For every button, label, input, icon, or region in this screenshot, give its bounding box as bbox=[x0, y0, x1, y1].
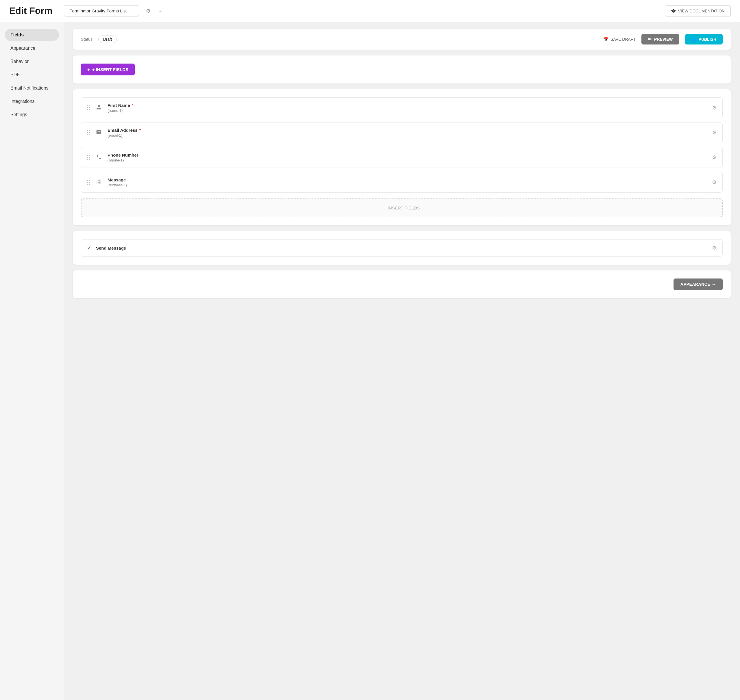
textarea-icon bbox=[95, 179, 103, 186]
submit-section: ✓ Send Message ⚙ bbox=[73, 231, 731, 265]
fields-list-section: First Name * {name-1} ⚙ bbox=[73, 89, 731, 225]
sidebar: Fields Appearance Behavior PDF Email Not… bbox=[0, 22, 63, 700]
drag-handle-phone[interactable] bbox=[87, 155, 90, 160]
calendar-icon: 📅 bbox=[603, 37, 608, 41]
field-key-phone: {phone-1} bbox=[108, 158, 708, 162]
field-label-phone: Phone Number bbox=[108, 153, 708, 157]
field-gear-phone[interactable]: ⚙ bbox=[712, 154, 716, 160]
field-info-email: Email Address * {email-1} bbox=[108, 128, 708, 138]
field-row-first-name: First Name * {name-1} ⚙ bbox=[81, 97, 723, 118]
header-icons: ⚙ ＋ bbox=[145, 6, 164, 16]
add-icon-btn[interactable]: ＋ bbox=[156, 6, 164, 16]
form-fields-section: + + INSERT FIELDS bbox=[73, 56, 731, 84]
save-draft-button[interactable]: 📅 SAVE DRAFT bbox=[603, 37, 636, 41]
insert-fields-button[interactable]: + + INSERT FIELDS bbox=[81, 63, 135, 75]
main-content: Status Draft 📅 SAVE DRAFT 👁 PREVIEW 🌐 PU… bbox=[63, 22, 740, 700]
eye-icon: 👁 bbox=[648, 37, 652, 41]
sidebar-item-integrations[interactable]: Integrations bbox=[4, 96, 59, 107]
sidebar-item-pdf[interactable]: PDF bbox=[4, 69, 59, 81]
status-label: Status bbox=[81, 37, 93, 41]
sidebar-item-settings[interactable]: Settings bbox=[4, 109, 59, 121]
globe-icon: 🌐 bbox=[691, 37, 696, 41]
submit-gear-button[interactable]: ⚙ bbox=[712, 245, 716, 251]
sidebar-item-appearance[interactable]: Appearance bbox=[4, 42, 59, 54]
email-icon bbox=[95, 129, 103, 136]
field-row-message: Message {textarea-1} ⚙ bbox=[81, 172, 723, 193]
submit-label: Send Message bbox=[96, 246, 708, 250]
field-row-phone: Phone Number {phone-1} ⚙ bbox=[81, 147, 723, 168]
field-label-message: Message bbox=[108, 177, 708, 182]
app-header: Edit Form ⚙ ＋ 🎓 VIEW DOCUMENTATION bbox=[0, 0, 740, 22]
submit-row: ✓ Send Message ⚙ bbox=[81, 239, 723, 257]
appearance-button[interactable]: APPEARANCE → bbox=[674, 278, 723, 290]
sidebar-item-behavior[interactable]: Behavior bbox=[4, 56, 59, 68]
field-label-email: Email Address * bbox=[108, 128, 708, 132]
sidebar-item-email-notifications[interactable]: Email Notifications bbox=[4, 82, 59, 94]
field-row-email-address: Email Address * {email-1} ⚙ bbox=[81, 122, 723, 143]
settings-icon-btn[interactable]: ⚙ bbox=[145, 7, 152, 15]
field-gear-message[interactable]: ⚙ bbox=[712, 179, 716, 185]
preview-button[interactable]: 👁 PREVIEW bbox=[641, 34, 679, 44]
field-gear-first-name[interactable]: ⚙ bbox=[712, 104, 716, 111]
plus-icon: + bbox=[87, 67, 90, 72]
required-star-email: * bbox=[139, 128, 141, 132]
publish-button[interactable]: 🌐 PUBLISH bbox=[685, 34, 723, 44]
view-documentation-button[interactable]: 🎓 VIEW DOCUMENTATION bbox=[665, 6, 731, 16]
field-info-message: Message {textarea-1} bbox=[108, 177, 708, 187]
field-key-email: {email-1} bbox=[108, 133, 708, 138]
check-icon: ✓ bbox=[87, 245, 91, 251]
top-bar: Status Draft 📅 SAVE DRAFT 👁 PREVIEW 🌐 PU… bbox=[73, 29, 731, 50]
book-icon: 🎓 bbox=[671, 9, 676, 13]
field-label-first-name: First Name * bbox=[108, 103, 708, 108]
field-info-first-name: First Name * {name-1} bbox=[108, 103, 708, 113]
field-info-phone: Phone Number {phone-1} bbox=[108, 153, 708, 162]
fields-list: First Name * {name-1} ⚙ bbox=[81, 97, 723, 193]
sidebar-item-fields[interactable]: Fields bbox=[4, 29, 59, 41]
status-badge: Draft bbox=[98, 35, 117, 43]
field-key-message: {textarea-1} bbox=[108, 183, 708, 187]
page-title: Edit Form bbox=[9, 6, 52, 16]
phone-icon bbox=[95, 154, 103, 161]
insert-fields-dashed-button[interactable]: + INSERT FIELDS bbox=[81, 199, 723, 217]
form-name-input[interactable] bbox=[64, 5, 139, 16]
drag-handle-message[interactable] bbox=[87, 180, 90, 185]
appearance-section: APPEARANCE → bbox=[73, 271, 731, 298]
drag-handle-first-name[interactable] bbox=[87, 105, 90, 110]
person-icon bbox=[95, 104, 103, 112]
drag-handle-email[interactable] bbox=[87, 130, 90, 135]
main-layout: Fields Appearance Behavior PDF Email Not… bbox=[0, 22, 740, 700]
required-star-first-name: * bbox=[132, 103, 133, 108]
field-key-first-name: {name-1} bbox=[108, 108, 708, 113]
field-gear-email[interactable]: ⚙ bbox=[712, 129, 716, 136]
